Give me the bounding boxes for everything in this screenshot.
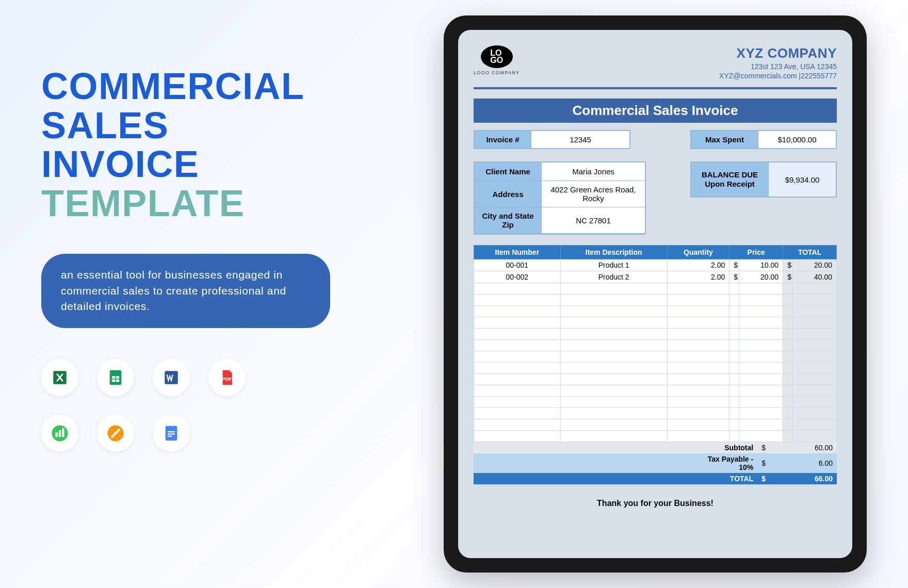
tagline-pill: an essential tool for businesses engaged… xyxy=(41,254,330,328)
company-name: XYZ COMPANY xyxy=(719,45,837,61)
table-row xyxy=(474,408,837,419)
client-block: Client Name Maria Jones Address 4022 Gre… xyxy=(474,161,646,235)
svg-rect-12 xyxy=(166,426,177,440)
balance-label-2: Upon Receipt xyxy=(705,179,755,189)
left-panel: COMMERCIAL SALES INVOICE TEMPLATE an ess… xyxy=(41,67,330,452)
company-contact: XYZ@commercials.com |222555777 xyxy=(719,72,837,80)
table-row xyxy=(474,340,837,351)
svg-rect-9 xyxy=(59,430,61,437)
company-block: XYZ COMPANY 123st 123 Ave, USA 12345 XYZ… xyxy=(719,45,837,80)
table-row xyxy=(474,283,837,295)
balance-label-1: BALANCE DUE xyxy=(702,170,758,179)
thanks-message: Thank you for your Business! xyxy=(474,499,837,508)
col-header: Item Number xyxy=(474,246,561,259)
title-line-4: TEMPLATE xyxy=(41,184,330,223)
title-line-1: COMMERCIAL xyxy=(41,67,330,106)
subtotal-label: Subtotal xyxy=(690,442,757,453)
page: COMMERCIAL SALES INVOICE TEMPLATE an ess… xyxy=(0,0,908,588)
tax-label: Tax Payable - 10% xyxy=(690,453,757,473)
divider xyxy=(474,87,837,89)
format-icons: PDF xyxy=(41,359,289,452)
invoice-number-field: Invoice # 12345 xyxy=(474,130,630,149)
max-spent-value: $10,000.00 xyxy=(758,131,836,148)
title-line-3: INVOICE xyxy=(41,145,330,184)
currency: $ xyxy=(757,442,770,453)
table-row: 00-001Product 12.00$10.00$20.00 xyxy=(474,259,837,271)
balance-due-value: $9,934.00 xyxy=(769,162,836,197)
table-row xyxy=(474,295,837,306)
company-address: 123st 123 Ave, USA 12345 xyxy=(719,62,837,71)
currency: $ xyxy=(757,473,770,484)
city-label: City and State Zip xyxy=(475,207,542,234)
svg-rect-10 xyxy=(62,428,64,437)
col-header: Item Description xyxy=(560,246,667,259)
address-label: Address xyxy=(475,181,542,207)
table-row xyxy=(474,397,837,408)
logo: LOGO LOGO COMPANY xyxy=(474,45,520,75)
client-name-label: Client Name xyxy=(475,162,542,181)
logo-mark: LOGO xyxy=(481,45,513,68)
items-table: Item NumberItem DescriptionQuantityPrice… xyxy=(474,245,837,442)
city-value: NC 27801 xyxy=(542,207,645,234)
total-value: 66.00 xyxy=(770,473,837,484)
table-row xyxy=(474,363,837,374)
col-header: Price xyxy=(729,246,783,259)
table-row: 00-002Product 22.00$20.00$40.00 xyxy=(474,271,837,283)
col-header: TOTAL xyxy=(783,246,837,259)
summary-table: Subtotal$60.00 Tax Payable - 10%$6.00 TO… xyxy=(474,442,837,484)
invoice-banner: Commercial Sales Invoice xyxy=(474,99,837,123)
sheets-icon[interactable] xyxy=(97,359,134,396)
table-row xyxy=(474,419,837,431)
total-label: TOTAL xyxy=(690,473,757,484)
table-row xyxy=(474,431,837,442)
svg-text:PDF: PDF xyxy=(222,375,232,381)
table-row xyxy=(474,306,837,317)
table-row xyxy=(474,329,837,340)
tablet-frame: LOGO LOGO COMPANY XYZ COMPANY 123st 123 … xyxy=(444,15,867,573)
max-spent-label: Max Spent xyxy=(691,131,758,148)
max-spent-field: Max Spent $10,000.00 xyxy=(690,130,837,149)
table-row xyxy=(474,351,837,363)
invoice-document: LOGO LOGO COMPANY XYZ COMPANY 123st 123 … xyxy=(458,30,852,558)
invoice-number-value: 12345 xyxy=(531,131,629,148)
client-name-value: Maria Jones xyxy=(542,162,645,181)
invoice-number-label: Invoice # xyxy=(475,131,531,148)
svg-rect-8 xyxy=(56,432,58,437)
logo-subtext: LOGO COMPANY xyxy=(474,70,520,75)
balance-due-label: BALANCE DUE Upon Receipt xyxy=(691,162,769,197)
table-row xyxy=(474,385,837,397)
pages-icon[interactable] xyxy=(97,415,134,452)
word-icon[interactable] xyxy=(153,359,190,396)
table-row xyxy=(474,374,837,385)
pdf-icon[interactable]: PDF xyxy=(208,359,246,396)
docs-icon[interactable] xyxy=(153,415,190,452)
excel-icon[interactable] xyxy=(41,359,78,396)
col-header: Quantity xyxy=(667,246,729,259)
currency: $ xyxy=(757,453,770,473)
tax-value: 6.00 xyxy=(770,453,837,473)
numbers-icon[interactable] xyxy=(41,415,78,452)
table-row xyxy=(474,317,837,329)
title-line-2: SALES xyxy=(41,106,330,145)
address-value: 4022 Green Acres Road, Rocky xyxy=(542,181,645,207)
balance-due-field: BALANCE DUE Upon Receipt $9,934.00 xyxy=(690,161,837,198)
subtotal-value: 60.00 xyxy=(770,442,837,453)
